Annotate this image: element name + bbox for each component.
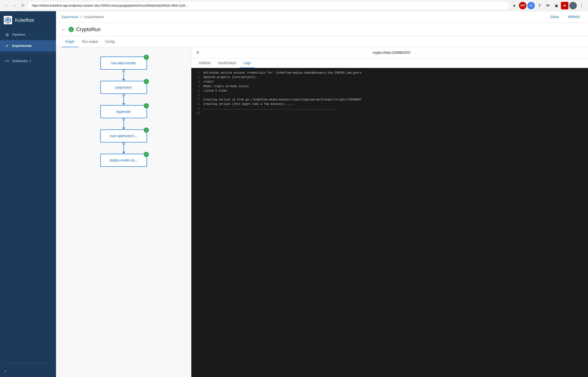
connector-1: [122, 70, 125, 81]
node-check-preprocess: ✓: [144, 79, 149, 84]
more-menu[interactable]: ⋮: [578, 2, 585, 9]
node-label-train-optimized: train-optimized-h...: [110, 134, 137, 138]
page-title-row: ← ✓ CryptoRun: [62, 26, 100, 33]
log-line-text: Updated property [core/project].: [203, 75, 257, 80]
log-line: 3crypto: [195, 80, 584, 84]
sidebar-item-experiments[interactable]: ✓ Experiments: [0, 40, 56, 51]
sidebar-item-label-experiments: Experiments: [12, 44, 32, 48]
ext-g[interactable]: G: [527, 2, 535, 9]
node-label-preprocess: preprocess: [115, 85, 132, 89]
sidebar-divider: [4, 53, 52, 54]
node-label-deploy-model: deploy-model-clo...: [110, 158, 137, 162]
connector-4: [122, 142, 125, 154]
tab-run-output[interactable]: Run output: [78, 36, 102, 47]
forward-button[interactable]: →: [11, 2, 18, 9]
pipeline-node-hypertrain[interactable]: hypertrain ✓: [100, 105, 147, 118]
connector-line-3: [123, 120, 124, 128]
back-page-button[interactable]: ←: [62, 27, 66, 32]
log-line-text: Creating version (this might take a few …: [203, 102, 294, 106]
svg-line-7: [5, 21, 7, 22]
breadcrumb-experiments[interactable]: Experiments: [62, 15, 78, 19]
connector-dot-3: [122, 118, 125, 120]
node-check-deploy-model: ✓: [144, 152, 149, 157]
refresh-button[interactable]: Refresh: [565, 13, 582, 20]
main-tabs: Graph Run output Config: [56, 36, 588, 47]
connector-line-2: [123, 96, 124, 103]
pipeline-node-train-optimized[interactable]: train-optimized-h... ✓: [100, 130, 147, 142]
address-bar[interactable]: [28, 2, 509, 9]
tab-config[interactable]: Config: [101, 36, 118, 47]
kubeflow-logo-svg: [5, 17, 11, 23]
browser-toolbar-icons: ★ ABP G ⇧ Git ▣ M 👤 ⋮: [510, 2, 585, 9]
pipelines-icon: ⊞: [5, 32, 9, 37]
experiments-icon: ✓: [5, 43, 9, 48]
sidebar: Kubeflow ⊞ Pipelines ✓ Experiments <> No…: [0, 11, 56, 377]
log-line-text: crypto: [203, 80, 213, 84]
breadcrumb: Experiments > CryproPipeline: [62, 15, 104, 19]
log-line: 9.......................................…: [195, 107, 584, 111]
browser-chrome: ← → ↻ ★ ABP G ⇧ Git ▣ M 👤 ⋮: [0, 0, 588, 11]
breadcrumb-pipeline: CryproPipeline: [84, 15, 104, 19]
run-status-icon: ✓: [69, 27, 74, 32]
pipeline-node-raw-data-transfer[interactable]: raw-data-transfer ✓: [100, 57, 147, 70]
connector-3: [122, 118, 125, 130]
log-panel-title: crypto-c9zkz-3206661870: [200, 51, 583, 54]
breadcrumb-sep: >: [80, 15, 82, 19]
log-line: 6: [195, 93, 584, 98]
connector-line-1: [123, 72, 124, 79]
log-tab-input-output[interactable]: Input/Output: [214, 58, 240, 68]
ext-git[interactable]: Git: [544, 2, 552, 9]
ext-screen[interactable]: ▣: [553, 2, 560, 9]
top-bar: Experiments > CryproPipeline Clone Refre…: [56, 11, 588, 23]
bookmark-button[interactable]: ★: [510, 2, 518, 9]
log-line: 8Creating version (this might take a few…: [195, 102, 584, 106]
log-line-number: 10: [195, 111, 200, 116]
page-header: ← ✓ CryptoRun: [56, 23, 588, 36]
connector-arrow-2: [122, 103, 125, 105]
log-line-text: ........................................…: [203, 107, 338, 111]
ext-abp[interactable]: ABP: [519, 2, 526, 9]
clone-button[interactable]: Clone: [547, 13, 562, 20]
pipeline-flow: raw-data-transfer ✓ preprocess ✓: [100, 57, 147, 167]
sidebar-collapse-button[interactable]: ‹: [0, 365, 56, 377]
graph-panel[interactable]: raw-data-transfer ✓ preprocess ✓: [56, 47, 191, 377]
pipeline-node-preprocess[interactable]: preprocess ✓: [100, 81, 147, 94]
notebooks-icon: <>: [5, 59, 9, 63]
log-line: 7Creating version v1 from gs://kubeflow-…: [195, 98, 584, 102]
ext-m[interactable]: M: [561, 2, 568, 9]
node-check-hypertrain: ✓: [144, 103, 149, 108]
log-line-number: 9: [195, 107, 200, 111]
log-content[interactable]: 1Activated service account credentials f…: [191, 68, 588, 377]
connector-dot-4: [122, 142, 125, 145]
log-line-number: 7: [195, 98, 200, 102]
sidebar-item-pipelines[interactable]: ⊞ Pipelines: [0, 29, 56, 40]
log-panel: ✕ crypto-c9zkz-3206661870 Artifacts Inpu…: [191, 47, 588, 377]
pipeline-node-deploy-model[interactable]: deploy-model-clo... ✓: [100, 154, 147, 167]
connector-2: [122, 94, 125, 105]
log-tab-artifacts[interactable]: Artifacts: [195, 58, 214, 68]
logo-icon: [4, 16, 12, 24]
main-content: Experiments > CryproPipeline Clone Refre…: [56, 11, 588, 377]
tab-graph[interactable]: Graph: [62, 36, 78, 47]
log-line-text: Listed 0 items.: [203, 89, 229, 93]
reload-button[interactable]: ↻: [20, 2, 26, 9]
log-tab-logs[interactable]: Logs: [240, 58, 254, 68]
content-area: raw-data-transfer ✓ preprocess ✓: [56, 47, 588, 377]
sidebar-logo-text: Kubeflow: [15, 18, 34, 23]
connector-dot-1: [122, 70, 125, 72]
sidebar-logo: Kubeflow: [0, 11, 56, 29]
log-line-number: 2: [195, 75, 200, 80]
user-avatar[interactable]: 👤: [569, 2, 577, 9]
log-line: 4Model crypto already exists: [195, 84, 584, 89]
svg-point-1: [7, 19, 9, 21]
back-button[interactable]: ←: [3, 2, 9, 9]
log-line-number: 8: [195, 102, 200, 106]
sidebar-item-notebooks[interactable]: <> Notebooks ↗: [0, 55, 56, 67]
svg-line-4: [5, 19, 7, 20]
connector-arrow-3: [122, 128, 125, 130]
ext-3[interactable]: ⇧: [536, 2, 543, 9]
log-line: 10: [195, 111, 584, 116]
log-panel-close-button[interactable]: ✕: [196, 50, 200, 55]
app-container: Kubeflow ⊞ Pipelines ✓ Experiments <> No…: [0, 11, 588, 377]
log-line-text: Creating version v1 from gs://kubeflow-e…: [203, 98, 361, 102]
